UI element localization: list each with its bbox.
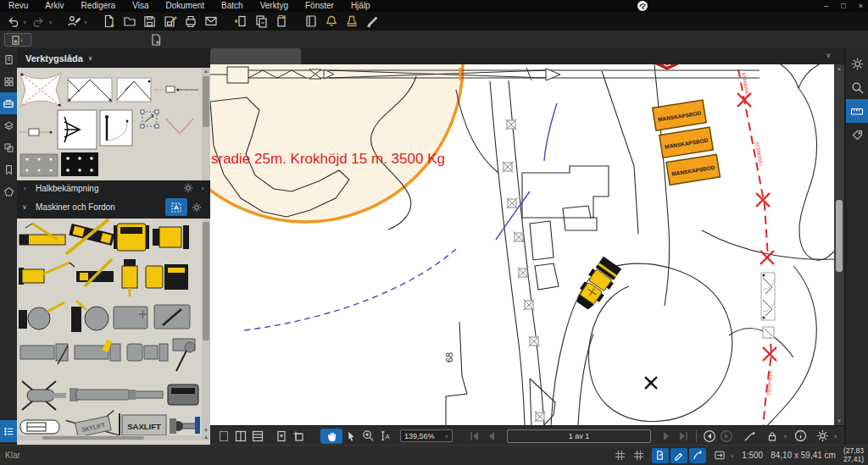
menu-dokument[interactable]: Dokument: [157, 0, 213, 12]
tool-machine-icon[interactable]: [19, 224, 65, 245]
tool-symbol[interactable]: [19, 129, 53, 136]
crane-radius-circle[interactable]: [210, 64, 463, 222]
tool-machine-icon[interactable]: [70, 388, 129, 401]
markup-list-toggle[interactable]: [0, 420, 17, 442]
manskapsbod-markups[interactable]: MANSKAPSBOD MANSKAPSBOD MANSKAPSBOD: [653, 99, 721, 185]
snap-to-markup-toggle[interactable]: [670, 448, 687, 463]
save-button[interactable]: [142, 14, 158, 29]
section-halkbekampning[interactable]: › Halkbekämpning ›: [17, 180, 210, 196]
close-button[interactable]: ×: [859, 0, 863, 12]
insert-pages-button[interactable]: [232, 14, 248, 29]
print-button[interactable]: [182, 14, 198, 29]
menu-hjalp[interactable]: Hjälp: [342, 0, 379, 12]
tool-symbol[interactable]: [166, 119, 193, 134]
tool-symbol[interactable]: [20, 73, 61, 107]
info-button[interactable]: [793, 429, 810, 444]
undo-button[interactable]: [5, 14, 21, 29]
grid-toggle[interactable]: [615, 450, 626, 461]
menu-batch[interactable]: Batch: [213, 0, 252, 12]
thumbnails-tab[interactable]: [0, 70, 17, 92]
document-panel-button[interactable]: [303, 14, 319, 29]
redo-expand-chevron[interactable]: ∨: [48, 19, 52, 25]
lock-button[interactable]: [764, 429, 781, 444]
tool-machine-icon[interactable]: [114, 224, 149, 251]
crop-page-button[interactable]: [290, 429, 307, 444]
select-text-button[interactable]: A: [376, 429, 393, 444]
sync-chevron-icon[interactable]: ∨: [731, 452, 734, 458]
next-view-button[interactable]: [718, 429, 735, 444]
tool-machine-icon[interactable]: [173, 339, 195, 371]
tool-machine-icon[interactable]: [129, 390, 163, 400]
email-button[interactable]: [203, 14, 219, 29]
tool-machine-icon[interactable]: [20, 344, 68, 364]
tool-machine-icon[interactable]: [19, 302, 64, 329]
tool-chest-tab[interactable]: [0, 92, 17, 114]
red-banner-markup[interactable]: [653, 64, 682, 69]
sync-views-button[interactable]: [714, 450, 726, 461]
rotate-pages-button[interactable]: [273, 14, 289, 29]
wheel-loader-markup[interactable]: [572, 256, 623, 313]
lock-chevron-icon[interactable]: ∨: [783, 433, 787, 439]
undo-expand-chevron[interactable]: ∨: [23, 19, 26, 25]
new-document-button[interactable]: [101, 14, 117, 29]
zoom-level-dropdown[interactable]: 139,56% ∨: [400, 429, 453, 442]
tool-machine-icon[interactable]: [75, 339, 120, 361]
tool-symbol[interactable]: [20, 154, 58, 176]
snap-to-grid-toggle[interactable]: [633, 450, 644, 461]
tool-machine-icon[interactable]: [19, 263, 75, 285]
crane-annotation-text[interactable]: sradie 25m. Krokhöjd 15 m. 3500 Kg: [211, 151, 445, 167]
tool-panel-hscrollbar[interactable]: [17, 435, 202, 440]
previous-view-button[interactable]: [701, 429, 718, 444]
save-as-button[interactable]: [162, 14, 178, 29]
tool-symbol[interactable]: [117, 78, 151, 102]
page-indicator[interactable]: 1 av 1: [507, 429, 651, 443]
drawing-mode-toggle[interactable]: [165, 198, 187, 216]
tool-machine-icon[interactable]: [71, 301, 108, 332]
insert-page-button[interactable]: [273, 429, 290, 444]
tool-machine-icon[interactable]: [66, 219, 114, 254]
section-gear-icon[interactable]: [192, 202, 202, 213]
markup-profile-button[interactable]: [66, 14, 82, 29]
alert-bell-icon[interactable]: [323, 14, 339, 29]
tool-machine-icon[interactable]: SAXLIFT: [120, 413, 166, 437]
shapes-tab[interactable]: [0, 180, 17, 202]
tool-machine-icon[interactable]: [22, 381, 66, 410]
measurements-tab[interactable]: [846, 99, 868, 123]
last-page-button[interactable]: [675, 429, 692, 444]
settings-gear-button[interactable]: [846, 52, 868, 75]
profile-expand-chevron[interactable]: ∨: [84, 19, 87, 25]
split-horizontal-button[interactable]: [249, 429, 266, 444]
tool-machine-icon[interactable]: [153, 225, 189, 249]
tool-machine-icon[interactable]: [154, 305, 190, 329]
tool-symbol[interactable]: [141, 110, 159, 128]
reuse-markup-toggle[interactable]: [689, 448, 706, 463]
tool-symbol[interactable]: [58, 110, 97, 149]
tool-chest-header[interactable]: Verktygslåda ∨: [17, 48, 210, 68]
tool-panel-scrollbar[interactable]: ▲: [202, 68, 210, 180]
snap-to-content-toggle[interactable]: [652, 448, 669, 463]
menu-arkiv[interactable]: Arkiv: [36, 0, 72, 12]
brightness-chevron-icon[interactable]: ∨: [834, 433, 837, 439]
tool-machine-icon[interactable]: [170, 417, 200, 434]
canvas-vertical-scrollbar[interactable]: ▲ ▼: [834, 64, 844, 425]
section-maskiner-och-fordon[interactable]: ∨ Maskiner och Fordon: [17, 196, 210, 219]
menu-fonster[interactable]: Fönster: [297, 0, 342, 12]
machines-scrollbar[interactable]: ▼ ▲: [202, 219, 210, 440]
stamp-button[interactable]: [343, 14, 359, 29]
zoom-tool-button[interactable]: [359, 429, 376, 444]
split-vertical-button[interactable]: [232, 429, 249, 444]
menu-verktyg[interactable]: Verktyg: [252, 0, 297, 12]
redo-button[interactable]: [31, 14, 47, 29]
first-page-button[interactable]: [466, 429, 483, 444]
tool-machine-icon[interactable]: [146, 264, 188, 290]
select-tool-button[interactable]: [342, 429, 359, 444]
tool-symbol[interactable]: [154, 86, 198, 92]
open-folder-button[interactable]: [121, 14, 137, 29]
scale-value[interactable]: 1:500: [742, 451, 763, 460]
file-access-tab[interactable]: [0, 48, 17, 70]
tool-symbol[interactable]: [61, 152, 98, 176]
tool-symbol[interactable]: [100, 110, 132, 146]
restore-button[interactable]: □: [841, 0, 845, 12]
tool-machine-icon[interactable]: [114, 307, 147, 329]
menu-visa[interactable]: Visa: [124, 0, 157, 12]
